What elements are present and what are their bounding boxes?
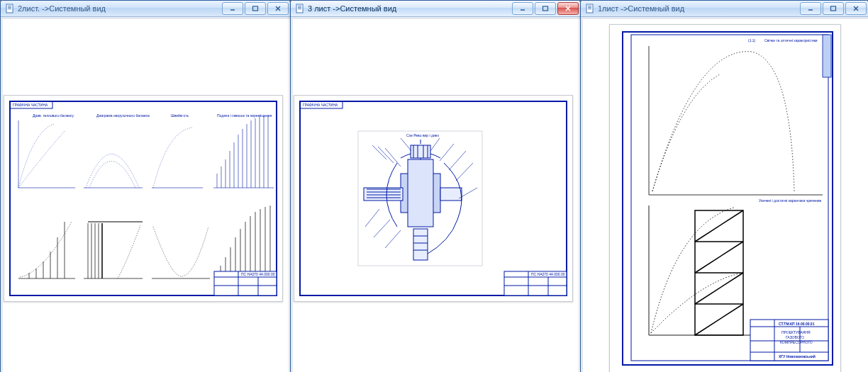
svg-rect-118 <box>831 6 836 11</box>
svg-rect-80 <box>364 188 403 201</box>
svg-text:Усечені і достатні карантикa ч: Усечені і достатні карантикa чречение <box>759 198 822 203</box>
svg-rect-66 <box>298 7 301 8</box>
svg-rect-85 <box>440 188 462 201</box>
close-button[interactable] <box>557 2 579 15</box>
svg-rect-115 <box>588 7 591 8</box>
drawing-sheet: ГРАФIЧНА ЧАСТИНА Драв. теплового балансу… <box>4 95 283 302</box>
svg-text:СТ.ТМ.КП 16.00.00.01: СТ.ТМ.КП 16.00.00.01 <box>779 322 815 326</box>
svg-text:ХГУ Новокаховський: ХГУ Новокаховський <box>779 354 816 359</box>
drawing-viewport[interactable]: (1:1) Свічки та оптичні характристики Ус… <box>581 17 868 372</box>
window-buttons <box>512 2 579 15</box>
svg-line-136 <box>695 242 743 273</box>
svg-rect-5 <box>253 6 258 11</box>
svg-rect-1 <box>8 6 11 6</box>
svg-text:ПРОЕКТУВАННЯ: ПРОЕКТУВАННЯ <box>781 330 811 334</box>
svg-text:ПС НА070 44.000.00: ПС НА070 44.000.00 <box>241 272 275 276</box>
svg-rect-69 <box>543 6 548 11</box>
ruler <box>1 17 290 19</box>
window-buttons <box>222 2 289 15</box>
svg-line-137 <box>695 273 743 304</box>
window-title: 1лист ->Системный вид <box>598 1 800 16</box>
document-icon <box>585 4 595 13</box>
document-icon <box>295 4 305 13</box>
ruler <box>581 17 868 19</box>
svg-rect-116 <box>588 9 591 9</box>
drawing-sheet: (1:1) Свічки та оптичні характристики Ус… <box>609 24 841 372</box>
svg-rect-67 <box>298 9 301 9</box>
ruler <box>291 17 580 19</box>
minimize-button[interactable] <box>222 2 243 15</box>
svg-rect-8 <box>10 101 277 295</box>
window-title: 3 лист ->Системный вид <box>308 1 512 16</box>
window-title: 2лист. ->Системный вид <box>18 1 222 16</box>
svg-text:Схе Рево вир і диез: Схе Рево вир і диез <box>406 133 439 137</box>
ruler <box>581 17 583 372</box>
close-button[interactable] <box>267 2 289 15</box>
window-sheet1: 1лист ->Системный вид (1:1) Свічки та оп… <box>580 0 868 372</box>
svg-text:Швейкi-сть: Швейкi-сть <box>171 113 189 118</box>
ruler <box>1 17 3 372</box>
drawing-viewport[interactable]: ГРАФIЧНА ЧАСТИНА Схе Рево вир і диез <box>291 17 580 372</box>
svg-text:ГАЗОВОГО: ГАЗОВОГО <box>786 335 804 339</box>
window-sheet2: 2лист. ->Системный вид ГРАФIЧНА ЧАСТИНА … <box>0 0 291 372</box>
window-buttons <box>800 2 867 15</box>
titlebar[interactable]: 3 лист ->Системный вид <box>291 1 580 17</box>
svg-rect-2 <box>8 7 11 8</box>
close-button[interactable] <box>845 2 867 15</box>
svg-text:Свічки та оптичні характристик: Свічки та оптичні характристики <box>764 38 818 43</box>
svg-rect-79 <box>408 159 433 227</box>
document-icon <box>5 4 15 13</box>
maximize-button[interactable] <box>535 2 556 15</box>
drawing-viewport[interactable]: ГРАФIЧНА ЧАСТИНА Драв. теплового балансу… <box>1 17 290 372</box>
svg-rect-91 <box>413 229 428 260</box>
svg-text:ГРАФIЧНА ЧАСТИНА: ГРАФIЧНА ЧАСТИНА <box>303 103 338 107</box>
svg-rect-122 <box>631 35 828 361</box>
titlebar[interactable]: 2лист. ->Системный вид <box>1 1 290 17</box>
minimize-button[interactable] <box>512 2 533 15</box>
maximize-button[interactable] <box>245 2 266 15</box>
stamp-label: ГРАФIЧНА ЧАСТИНА <box>13 103 48 107</box>
ruler <box>291 17 293 372</box>
svg-rect-3 <box>8 9 11 9</box>
svg-text:КОМПРЕСОРНОГО: КОМПРЕСОРНОГО <box>780 340 813 344</box>
svg-rect-65 <box>298 6 301 6</box>
desktop: 2лист. ->Системный вид ГРАФIЧНА ЧАСТИНА … <box>0 0 868 372</box>
svg-text:ПС НА070 44.000.00: ПС НА070 44.000.00 <box>531 272 565 276</box>
maximize-button[interactable] <box>823 2 844 15</box>
svg-text:Драв. теплового балансу: Драв. теплового балансу <box>33 113 74 118</box>
window-sheet3: 3 лист ->Системный вид ГРАФIЧНА ЧАСТИНА … <box>290 0 581 372</box>
svg-line-138 <box>695 304 743 335</box>
minimize-button[interactable] <box>800 2 821 15</box>
svg-text:(1:1): (1:1) <box>748 38 756 43</box>
svg-rect-114 <box>588 6 591 6</box>
drawing-sheet: ГРАФIЧНА ЧАСТИНА Схе Рево вир і диез <box>294 95 573 302</box>
titlebar[interactable]: 1лист ->Системный вид <box>581 1 868 17</box>
svg-rect-123 <box>823 35 831 77</box>
svg-text:Диаграма нагрузочного баланса: Диаграма нагрузочного баланса <box>96 113 150 118</box>
svg-line-135 <box>695 210 743 242</box>
